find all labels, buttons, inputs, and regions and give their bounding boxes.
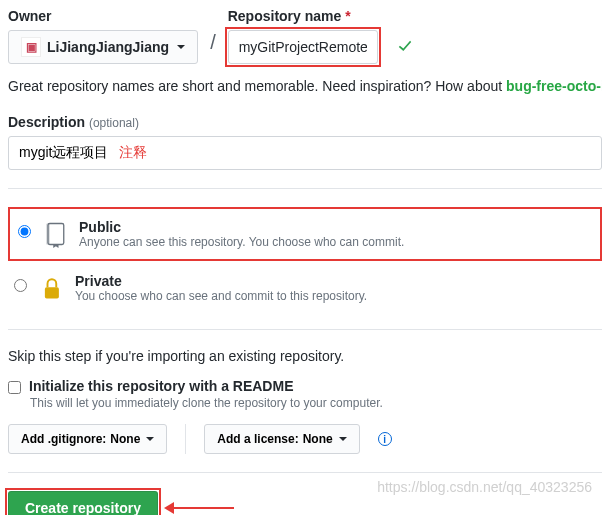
description-input[interactable] (9, 139, 119, 167)
skip-step-text: Skip this step if you're importing an ex… (8, 348, 602, 364)
help-text: Great repository names are short and mem… (8, 78, 602, 94)
repo-public-icon (41, 219, 69, 249)
repo-name-label: Repository name * (228, 8, 378, 24)
public-option[interactable]: Public Anyone can see this repository. Y… (12, 211, 598, 257)
divider (8, 188, 602, 189)
owner-label: Owner (8, 8, 198, 24)
private-title: Private (75, 273, 367, 289)
caret-down-icon (177, 45, 185, 49)
svg-rect-0 (48, 224, 64, 245)
repo-name-input[interactable] (228, 30, 378, 64)
description-label: Description (optional) (8, 114, 602, 130)
private-option[interactable]: Private You choose who can see and commi… (8, 265, 602, 311)
slash-separator: / (206, 31, 220, 64)
required-asterisk: * (345, 8, 350, 24)
public-highlight-box: Public Anyone can see this repository. Y… (8, 207, 602, 261)
public-title: Public (79, 219, 404, 235)
public-radio[interactable] (18, 225, 31, 238)
readme-checkbox[interactable] (8, 381, 21, 394)
caret-down-icon (146, 437, 154, 441)
svg-rect-1 (46, 224, 50, 245)
private-radio[interactable] (14, 279, 27, 292)
create-repository-button[interactable]: Create repository (8, 491, 158, 515)
readme-label[interactable]: Initialize this repository with a README (29, 378, 293, 394)
check-icon (396, 38, 414, 56)
caret-down-icon (339, 437, 347, 441)
annotation-arrow (174, 507, 234, 509)
private-desc: You choose who can see and commit to thi… (75, 289, 367, 303)
divider-vertical (185, 424, 186, 454)
watermark-text: https://blog.csdn.net/qq_40323256 (377, 479, 592, 495)
divider (8, 472, 602, 473)
public-desc: Anyone can see this repository. You choo… (79, 235, 404, 249)
owner-dropdown[interactable]: ▣ LiJiangJiangJiang (8, 30, 198, 64)
owner-name: LiJiangJiangJiang (47, 39, 169, 55)
svg-rect-2 (45, 287, 59, 298)
owner-avatar-icon: ▣ (21, 37, 41, 57)
divider (8, 329, 602, 330)
readme-note: This will let you immediately clone the … (30, 396, 602, 410)
license-dropdown[interactable]: Add a license: None (204, 424, 359, 454)
info-icon[interactable]: i (378, 432, 392, 446)
suggestion-link[interactable]: bug-free-octo-in (506, 78, 602, 94)
gitignore-dropdown[interactable]: Add .gitignore: None (8, 424, 167, 454)
repo-private-icon (37, 273, 65, 303)
description-annotation: 注释 (119, 144, 147, 162)
